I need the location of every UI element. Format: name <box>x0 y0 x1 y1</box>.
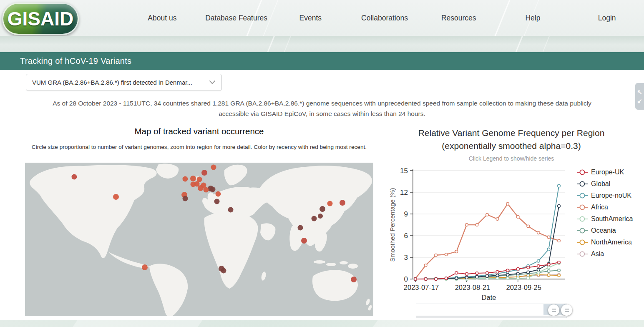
variant-occurrence-dot[interactable] <box>312 216 317 221</box>
decorative-streak <box>522 36 563 52</box>
chart-title: Relative Variant Genome Frequency per Re… <box>388 126 635 152</box>
svg-text:3: 3 <box>404 254 408 262</box>
nav-item-help[interactable]: Help <box>496 14 570 23</box>
map-subtitle: Circle size proportional to number of va… <box>17 143 382 151</box>
variant-occurrence-dot[interactable] <box>142 264 148 270</box>
arrow-down-left-icon[interactable]: ↙ <box>637 98 642 104</box>
svg-text:12: 12 <box>400 189 408 196</box>
legend-marker-icon <box>577 204 588 210</box>
variant-occurrence-dot[interactable] <box>298 225 303 231</box>
legend-marker-icon <box>577 169 588 175</box>
decorative-streak <box>495 36 536 52</box>
legend-item-asia[interactable]: Asia <box>577 248 633 260</box>
date-range-slider[interactable] <box>416 304 567 315</box>
svg-text:0: 0 <box>404 275 408 283</box>
decorative-band <box>0 36 644 52</box>
variant-occurrence-dot[interactable] <box>210 187 216 192</box>
nav-item-events[interactable]: Events <box>273 14 347 23</box>
svg-text:Date: Date <box>482 294 496 301</box>
variant-occurrence-dot[interactable] <box>183 196 188 201</box>
nav-item-about-us[interactable]: About us <box>125 14 199 23</box>
legend-item-southamerica[interactable]: SouthAmerica <box>577 213 633 225</box>
variant-occurrence-dot[interactable] <box>183 176 188 182</box>
nav-links: About usDatabase FeaturesEventsCollabora… <box>125 0 644 36</box>
variant-occurrence-dot[interactable] <box>351 277 357 282</box>
variant-occurrence-dot[interactable] <box>319 206 325 212</box>
decorative-wedge <box>373 320 503 327</box>
slider-track[interactable] <box>416 316 567 318</box>
decorative-wedge <box>73 320 203 327</box>
chart-title-line2: (exponentially smoothed alpha=0.3) <box>388 139 635 152</box>
world-map[interactable] <box>25 163 373 316</box>
legend-label: SouthAmerica <box>591 215 633 223</box>
legend-marker-icon <box>577 228 588 234</box>
intro-paragraph: As of 28 October 2023 - 1151UTC, 34 coun… <box>0 98 644 119</box>
top-navigation-bar: GISAID About usDatabase FeaturesEventsCo… <box>0 0 644 36</box>
page-title: Tracking of hCoV-19 Variants <box>20 52 131 70</box>
variant-occurrence-dot[interactable] <box>301 238 307 244</box>
svg-text:2023-09-25: 2023-09-25 <box>506 284 541 291</box>
nav-item-collaborations[interactable]: Collaborations <box>347 14 422 23</box>
variant-occurrence-dot[interactable] <box>340 200 345 206</box>
legend-marker-icon <box>577 216 588 222</box>
legend-item-oceania[interactable]: Oceania <box>577 225 633 236</box>
footer-band <box>0 320 644 327</box>
slider-handle-right[interactable] <box>561 304 572 316</box>
arrow-up-left-icon[interactable]: ↖ <box>637 89 642 95</box>
decorative-streak <box>263 36 304 52</box>
variant-occurrence-dot[interactable] <box>214 199 220 204</box>
map-title: Map of tracked variant occurrence <box>25 126 373 136</box>
variant-occurrence-dot[interactable] <box>216 191 221 196</box>
intro-text: As of 28 October 2023 - 1151UTC, 34 coun… <box>42 98 603 119</box>
gisaid-logo[interactable]: GISAID <box>2 3 79 35</box>
svg-text:2023-07-17: 2023-07-17 <box>404 284 439 291</box>
legend-marker-icon <box>577 181 588 187</box>
legend-item-europe-nouk[interactable]: Europe-noUK <box>577 190 633 201</box>
legend-label: Africa <box>591 204 608 211</box>
nav-item-login[interactable]: Login <box>570 14 644 23</box>
frequency-chart-area[interactable]: 036912152023-07-172023-08-212023-09-25Da… <box>388 164 576 304</box>
legend-label: Europe-UK <box>591 169 624 176</box>
chart-subtitle: Click Legend to show/hide series <box>388 155 635 162</box>
svg-text:2023-08-21: 2023-08-21 <box>455 284 490 291</box>
variant-occurrence-dot[interactable] <box>204 187 209 192</box>
chevron-down-icon[interactable] <box>203 80 221 84</box>
page-header-bar: Tracking of hCoV-19 Variants <box>0 52 644 70</box>
legend-marker-icon <box>577 239 588 245</box>
variant-select-value: VUM GRA (BA.2.86+BA.2.86.*) first detect… <box>26 79 203 86</box>
variant-select[interactable]: VUM GRA (BA.2.86+BA.2.86.*) first detect… <box>26 74 222 91</box>
legend-label: Oceania <box>591 227 616 234</box>
svg-text:6: 6 <box>404 232 408 240</box>
legend-item-europe-uk[interactable]: Europe-UK <box>577 166 633 178</box>
variant-occurrence-dot[interactable] <box>198 185 204 191</box>
svg-text:15: 15 <box>400 167 408 175</box>
legend-label: Global <box>591 180 610 188</box>
variant-occurrence-dot[interactable] <box>113 194 119 200</box>
legend-label: Asia <box>591 250 604 258</box>
legend-item-northamerica[interactable]: NorthAmerica <box>577 236 633 248</box>
legend-label: NorthAmerica <box>591 239 632 246</box>
variant-occurrence-dot[interactable] <box>190 176 196 181</box>
variant-occurrence-dot[interactable] <box>221 268 226 274</box>
svg-text:Smoothed Percentage (%): Smoothed Percentage (%) <box>389 188 396 262</box>
slider-handle-left[interactable] <box>548 304 559 316</box>
gisaid-logo-text: GISAID <box>8 8 73 30</box>
nav-item-resources[interactable]: Resources <box>422 14 496 23</box>
legend-item-africa[interactable]: Africa <box>577 201 633 213</box>
legend-item-global[interactable]: Global <box>577 178 633 190</box>
variant-occurrence-dot[interactable] <box>211 164 216 170</box>
variant-occurrence-dot[interactable] <box>201 170 207 176</box>
frequency-chart[interactable]: 036912152023-07-172023-08-212023-09-25Da… <box>388 164 576 304</box>
nav-item-database-features[interactable]: Database Features <box>199 14 274 23</box>
variant-occurrence-dot[interactable] <box>318 214 323 219</box>
variant-occurrence-dot[interactable] <box>228 207 233 212</box>
legend-marker-icon <box>577 193 588 199</box>
variant-occurrence-dot[interactable] <box>327 201 333 206</box>
chart-title-line1: Relative Variant Genome Frequency per Re… <box>388 126 635 139</box>
variant-occurrence-dot[interactable] <box>71 174 77 180</box>
page: GISAID About usDatabase FeaturesEventsCo… <box>0 0 644 327</box>
side-panel-toggle[interactable]: ↖ ↙ <box>635 83 644 110</box>
legend-label: Europe-noUK <box>591 192 631 199</box>
legend-marker-icon <box>577 251 588 257</box>
svg-text:9: 9 <box>404 210 408 218</box>
